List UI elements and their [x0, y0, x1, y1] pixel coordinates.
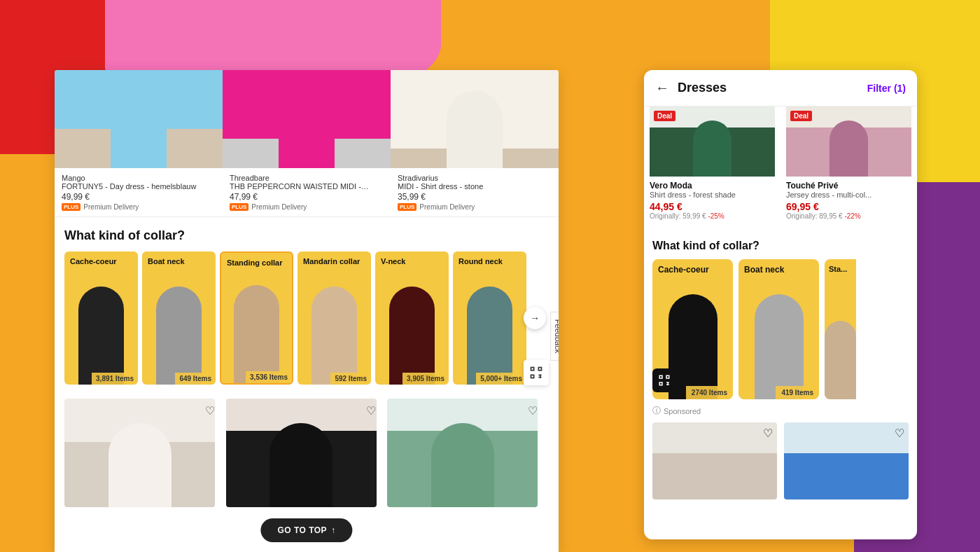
mobile-collar-figure-boat-neck	[738, 259, 819, 399]
collar-card-mandarin[interactable]: Mandarin collar 592 Items	[298, 251, 371, 385]
deal-badge-1: Deal	[654, 111, 676, 121]
heart-icon-2[interactable]: ♡	[366, 404, 382, 420]
mobile-product-card-2[interactable]: ♡	[784, 422, 909, 499]
product-delivery-3: PLUS Premium Delivery	[398, 203, 552, 211]
mobile-collar-label-boat-neck: Boat neck	[744, 265, 784, 275]
product-price-1: 49,99 €	[62, 192, 216, 202]
goto-top-button[interactable]: GO TO TOP ↑	[260, 518, 352, 542]
product-brand-2: Threadbare	[230, 174, 384, 182]
deal-original-label-2: Originally:	[786, 212, 819, 220]
collar-figure-mandarin	[298, 251, 371, 385]
mobile-collar-grid: Cache-coeur 2740 Items Boat neck 419 Ite…	[652, 259, 909, 399]
svg-rect-2	[531, 375, 534, 378]
mobile-heart-2[interactable]: ♡	[895, 427, 904, 440]
svg-rect-8	[659, 382, 662, 385]
product-info-3: Stradivarius MIDI - Shirt dress - stone …	[391, 168, 559, 216]
product-name-3: MIDI - Shirt dress - stone	[398, 182, 538, 191]
deal-card-2[interactable]: Deal Touché Privé Jersey dress - multi-c…	[780, 106, 917, 226]
collar-figure-vneck	[375, 251, 449, 385]
deal-original-price-1: 59,99 €	[682, 212, 706, 220]
collar-label-standing-collar: Standing collar	[227, 258, 282, 268]
deal-discount-2: -22%	[844, 212, 860, 220]
collar-count-vneck: 3,905 Items	[402, 373, 449, 385]
svg-rect-0	[531, 368, 534, 371]
collar-count-cache-coeur: 3,891 Items	[92, 373, 138, 385]
collar-section-title: What kind of collar?	[64, 228, 549, 243]
bottom-products: ♡ ♡ ♡	[55, 392, 559, 507]
mobile-product-image-2	[784, 422, 909, 499]
plus-badge-1: PLUS	[62, 203, 80, 211]
collar-card-standing-collar[interactable]: Standing collar 3,536 Items	[220, 251, 293, 385]
bottom-product-3[interactable]: ♡	[387, 399, 549, 507]
deal-discount-1: -25%	[708, 212, 724, 220]
collar-figure-round-neck	[453, 251, 526, 385]
product-brand-1: Mango	[62, 174, 216, 182]
scan-icon[interactable]	[524, 360, 549, 385]
deal-original-price-2: 89,95 €	[819, 212, 842, 220]
delivery-text-2: Premium Delivery	[251, 203, 307, 211]
mobile-collar-count-cache-coeur: 2740 Items	[686, 386, 733, 399]
collar-count-round-neck: 5,000+ Items	[476, 373, 526, 385]
product-price-3: 35,99 €	[398, 192, 552, 202]
goto-top-label: GO TO TOP	[277, 525, 327, 535]
product-card-1[interactable]: Mango FORTUNY5 - Day dress - hemelsblauw…	[55, 70, 223, 216]
bottom-product-1[interactable]: ♡	[64, 399, 226, 507]
collar-label-vneck: V-neck	[381, 257, 405, 266]
product-name-1: FORTUNY5 - Day dress - hemelsblauw	[62, 182, 202, 191]
product-card-3[interactable]: Stradivarius MIDI - Shirt dress - stone …	[391, 70, 559, 216]
sponsored-label: Sponsored	[664, 407, 701, 415]
deal-card-1[interactable]: Deal Vero Moda Shirt dress - forest shad…	[644, 106, 780, 226]
product-card-2[interactable]: Threadbare THB PEPPERCORN WAISTED MIDI -…	[223, 70, 391, 216]
bottom-product-2[interactable]: ♡	[226, 399, 388, 507]
mobile-heart-1[interactable]: ♡	[763, 427, 773, 440]
collar-count-standing-collar: 3,536 Items	[246, 371, 292, 383]
collar-card-round-neck[interactable]: Round neck 5,000+ Items	[453, 251, 526, 385]
collar-card-boat-neck[interactable]: Boat neck 649 Items	[142, 251, 216, 385]
mobile-collar-standing-collar-partial[interactable]: Sta...	[825, 259, 856, 399]
delivery-text-3: Premium Delivery	[419, 203, 475, 211]
deal-image-1: Deal	[650, 106, 775, 177]
mobile-scan-icon[interactable]	[652, 368, 676, 392]
mobile-header: ← Dresses Filter (1)	[644, 70, 917, 106]
mobile-collar-boat-neck[interactable]: Boat neck 419 Items	[738, 259, 819, 399]
filter-button[interactable]: Filter (1)	[867, 83, 906, 94]
collar-section: What kind of collar? Cache-coeur 3,891 I…	[55, 217, 559, 392]
deal-price-orig-2: Originally: 89,95 € -22%	[786, 212, 911, 220]
deal-brand-2: Touché Privé	[786, 181, 911, 191]
plus-badge-3: PLUS	[398, 203, 416, 211]
deal-product-2: Jersey dress - multi-col...	[786, 191, 911, 199]
collar-card-cache-coeur[interactable]: Cache-coeur 3,891 Items	[64, 251, 138, 385]
product-delivery-1: PLUS Premium Delivery	[62, 203, 216, 211]
deal-price-sale-2: 69,95 €	[786, 201, 911, 212]
collar-count-mandarin: 592 Items	[330, 373, 371, 385]
collar-figure-cache-coeur	[64, 251, 138, 385]
collar-label-cache-coeur: Cache-coeur	[70, 257, 117, 266]
deal-original-label-1: Originally:	[650, 212, 682, 220]
left-panel: Mango FORTUNY5 - Day dress - hemelsblauw…	[55, 70, 559, 552]
mobile-collar-count-boat-neck: 419 Items	[776, 386, 819, 399]
feedback-tab[interactable]: Feedback	[550, 311, 559, 360]
heart-icon-1[interactable]: ♡	[205, 404, 220, 420]
feedback-label: Feedback	[554, 319, 559, 352]
goto-top-arrow: ↑	[331, 525, 336, 535]
product-brand-3: Stradivarius	[398, 174, 552, 182]
mobile-product-card-1[interactable]: ♡	[652, 422, 777, 499]
back-button[interactable]: ←	[655, 80, 669, 96]
heart-icon-3[interactable]: ♡	[528, 404, 543, 420]
product-info-2: Threadbare THB PEPPERCORN WAISTED MIDI -…	[223, 168, 391, 216]
collar-next-button[interactable]: →	[524, 307, 546, 329]
mobile-title: Dresses	[678, 81, 867, 95]
svg-rect-6	[659, 375, 662, 378]
deal-row: Deal Vero Moda Shirt dress - forest shad…	[644, 106, 917, 234]
product-name-2: THB PEPPERCORN WAISTED MIDI - Day dr...	[230, 182, 370, 191]
collar-count-boat-neck: 649 Items	[175, 373, 216, 385]
bottom-product-image-3	[387, 399, 538, 507]
info-icon: ⓘ	[652, 405, 661, 417]
sponsored-row: ⓘ Sponsored	[644, 399, 917, 422]
product-grid: Mango FORTUNY5 - Day dress - hemelsblauw…	[55, 70, 559, 217]
product-price-2: 47,99 €	[230, 192, 384, 202]
collar-card-vneck[interactable]: V-neck 3,905 Items	[375, 251, 449, 385]
collar-label-round-neck: Round neck	[458, 257, 503, 266]
deal-product-1: Shirt dress - forest shade	[650, 191, 775, 199]
delivery-text-1: Premium Delivery	[83, 203, 139, 211]
